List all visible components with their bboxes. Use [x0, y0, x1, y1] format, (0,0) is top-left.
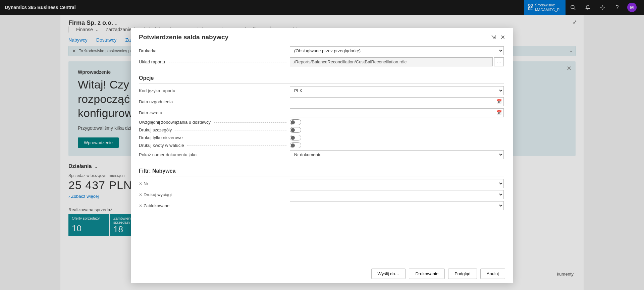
lang-label: Kod języka raportu	[139, 88, 175, 93]
toggle-currency[interactable]	[290, 142, 301, 148]
toggle-print-details[interactable]	[290, 127, 301, 133]
send-button[interactable]: Wyślij do…	[371, 269, 406, 279]
printer-select[interactable]: (Obsługiwane przez przeglądarkę)	[290, 46, 504, 55]
docnum-select[interactable]: Nr dokumentu	[290, 150, 504, 159]
layout-label: Układ raportu	[139, 59, 165, 64]
tog2-label: Drukuj szczegóły	[139, 127, 172, 132]
filter-print-input[interactable]	[290, 190, 504, 199]
f3-label: Zablokowane	[144, 203, 169, 208]
tog1-label: Uwzględnij zobowiązania u dostawcy	[139, 120, 211, 125]
toggle-vendor-liab[interactable]	[290, 119, 301, 125]
modal-overlay: Potwierdzenie salda nabywcy ⇲ ✕ Drukarka…	[0, 0, 644, 290]
options-section: Opcje	[139, 68, 504, 83]
close-icon[interactable]: ✕	[500, 34, 505, 41]
modal-header: Potwierdzenie salda nabywcy ⇲ ✕	[131, 28, 513, 44]
date1-label: Data uzgodnienia	[139, 99, 173, 104]
filter-remove-icon[interactable]: ✕	[139, 181, 142, 186]
date1-input[interactable]	[290, 97, 504, 106]
modal-title: Potwierdzenie salda nabywcy	[139, 34, 228, 41]
preview-button[interactable]: Podgląd	[448, 269, 477, 279]
printer-label: Drukarka	[139, 48, 157, 53]
cancel-button[interactable]: Anuluj	[480, 269, 505, 279]
layout-more-button[interactable]: ⋯	[494, 57, 504, 66]
f2-label: Drukuj wyciągi	[144, 192, 172, 197]
print-button[interactable]: Drukowanie	[409, 269, 445, 279]
layout-input[interactable]	[290, 57, 493, 66]
date2-input[interactable]	[290, 108, 504, 117]
modal: Potwierdzenie salda nabywcy ⇲ ✕ Drukarka…	[131, 28, 513, 283]
filter-remove-icon[interactable]: ✕	[139, 192, 142, 197]
f1-label: Nr	[144, 181, 148, 186]
lang-select[interactable]: PLK	[290, 86, 504, 95]
date2-label: Data zwrotu	[139, 110, 162, 115]
filter-section: Filtr: Filtr: NabywcaNabywca	[139, 161, 504, 176]
modal-body: Drukarka (Obsługiwane przez przeglądarkę…	[131, 44, 513, 265]
toggle-nonzero[interactable]	[290, 135, 301, 140]
filter-blocked-input[interactable]	[290, 201, 504, 210]
modal-footer: Wyślij do… Drukowanie Podgląd Anuluj	[131, 265, 513, 283]
tog4-label: Drukuj kwoty w walucie	[139, 143, 184, 148]
tog3-label: Drukuj tylko niezerowe	[139, 135, 183, 140]
docnum-label: Pokaż numer dokumentu jako	[139, 152, 197, 157]
filter-remove-icon[interactable]: ✕	[139, 204, 142, 208]
filter-nr-input[interactable]	[290, 179, 504, 188]
minimize-icon[interactable]: ⇲	[491, 34, 496, 41]
